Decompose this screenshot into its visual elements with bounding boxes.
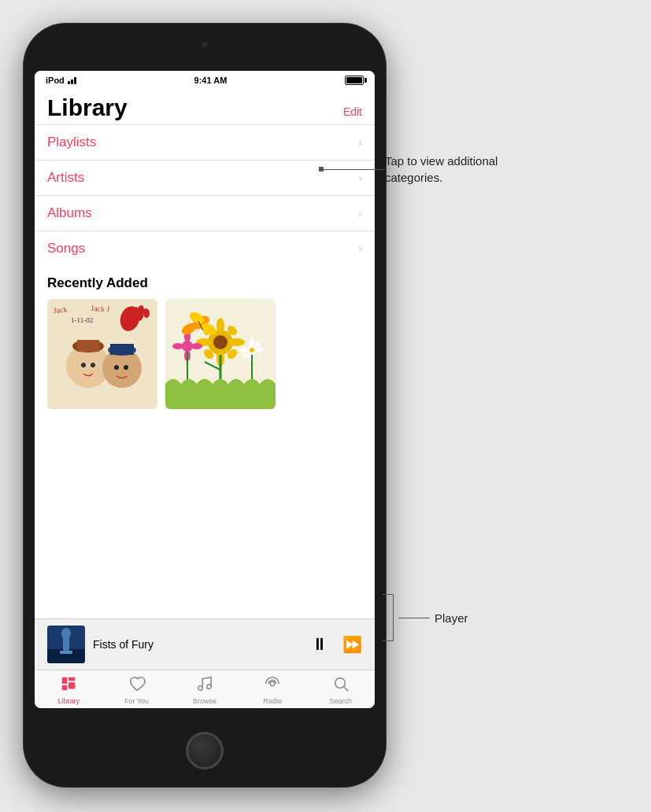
svg-rect-57: [60, 651, 72, 654]
tab-for-you[interactable]: For You: [113, 675, 161, 705]
heart-icon: [128, 675, 146, 696]
search-icon: [332, 675, 350, 696]
svg-point-36: [172, 343, 183, 349]
svg-text:1-11-02: 1-11-02: [71, 316, 93, 324]
status-bar: iPod 9:41 AM: [35, 71, 375, 88]
list-item-label: Playlists: [47, 135, 96, 150]
chevron-right-icon: ›: [358, 242, 362, 255]
svg-point-22: [216, 318, 224, 334]
scene: iPod 9:41 AM Librar: [0, 0, 651, 812]
svg-point-65: [335, 678, 345, 688]
tab-bar: Library For You: [35, 670, 375, 708]
mini-player-controls: ⏸ ⏩: [311, 634, 362, 655]
svg-text:Jack: Jack: [53, 304, 68, 315]
device: iPod 9:41 AM Librar: [24, 24, 386, 787]
library-list: Playlists › Artists › Albums › Songs ›: [35, 124, 375, 266]
section-title: Recently Added: [47, 275, 362, 291]
svg-point-32: [182, 341, 193, 352]
svg-point-64: [271, 681, 276, 686]
page-header: Library Edit: [35, 88, 375, 124]
svg-line-66: [344, 687, 348, 691]
svg-point-62: [198, 686, 203, 691]
carrier-label: iPod: [46, 76, 65, 85]
svg-point-21: [213, 335, 227, 349]
radio-icon: [264, 675, 281, 696]
svg-rect-14: [110, 344, 134, 355]
album-thumb-2[interactable]: [165, 299, 276, 409]
library-icon: [60, 675, 77, 696]
album-thumb-1[interactable]: Jack Jack J 1-11-02: [47, 299, 157, 409]
pause-button[interactable]: ⏸: [311, 634, 328, 655]
svg-point-35: [191, 343, 202, 349]
time-display: 9:41 AM: [194, 76, 227, 85]
svg-point-24: [229, 338, 245, 346]
browse-icon: [196, 675, 213, 696]
chevron-right-icon: ›: [358, 207, 362, 220]
tab-browse[interactable]: Browse: [181, 675, 228, 705]
svg-point-39: [250, 348, 254, 352]
album-art-1: Jack Jack J 1-11-02: [47, 299, 157, 409]
page-title: Library: [47, 94, 128, 121]
svg-rect-59: [68, 677, 75, 681]
svg-rect-12: [77, 340, 99, 352]
svg-rect-52: [165, 384, 276, 409]
tab-search-label: Search: [329, 697, 352, 705]
svg-rect-58: [62, 677, 67, 684]
tab-search[interactable]: Search: [317, 675, 364, 705]
tab-browse-label: Browse: [193, 697, 216, 705]
tab-radio[interactable]: Radio: [249, 675, 296, 705]
svg-point-56: [61, 628, 71, 639]
status-right: [345, 76, 364, 85]
svg-rect-60: [68, 682, 75, 688]
album-art-2: [165, 299, 276, 409]
list-item-songs[interactable]: Songs ›: [35, 231, 375, 266]
album-grid: Jack Jack J 1-11-02: [47, 299, 362, 409]
front-camera: [201, 41, 209, 49]
list-item-albums[interactable]: Albums ›: [35, 195, 375, 231]
svg-text:Jack J: Jack J: [91, 304, 110, 313]
wifi-icon: [68, 77, 76, 84]
svg-point-43: [239, 348, 249, 352]
battery-icon: [345, 76, 364, 85]
svg-point-15: [81, 363, 86, 367]
mini-player-info: Fists of Fury: [93, 637, 303, 651]
callout-edit-group: Tap to view additional categories.: [321, 153, 497, 186]
svg-point-63: [207, 685, 212, 689]
list-item-label: Albums: [47, 205, 92, 221]
svg-point-16: [91, 363, 95, 367]
list-item-label: Artists: [47, 170, 84, 186]
mini-player[interactable]: Fists of Fury ⏸ ⏩: [35, 618, 375, 670]
callout-player-text: Player: [435, 611, 468, 625]
tab-library[interactable]: Library: [45, 675, 92, 705]
svg-point-40: [250, 338, 254, 347]
player-bracket: [383, 594, 394, 641]
tab-library-label: Library: [57, 697, 80, 705]
svg-point-17: [114, 365, 119, 370]
svg-point-42: [255, 348, 264, 352]
svg-rect-61: [62, 685, 67, 690]
callout-player-group: Player: [383, 594, 468, 641]
forward-button[interactable]: ⏩: [342, 635, 362, 654]
tab-for-you-label: For You: [124, 697, 149, 705]
mini-player-title: Fists of Fury: [93, 638, 154, 651]
chevron-right-icon: ›: [358, 136, 362, 149]
list-item-label: Songs: [47, 241, 85, 257]
svg-point-18: [124, 365, 128, 370]
carrier-wifi: iPod: [46, 76, 76, 85]
edit-button[interactable]: Edit: [343, 105, 362, 121]
mini-player-album-art: [47, 626, 85, 663]
home-button[interactable]: [186, 732, 224, 770]
callout-edit-text: Tap to view additional categories.: [385, 153, 497, 186]
tab-radio-label: Radio: [264, 697, 283, 705]
recently-added-section: Recently Added Jack Jack J 1-11-02: [35, 266, 375, 415]
